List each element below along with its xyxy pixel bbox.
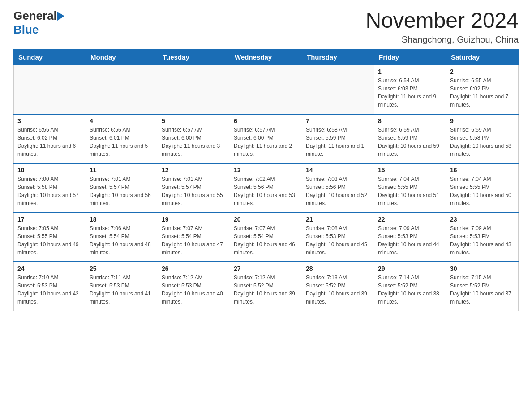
day-number: 17 — [17, 216, 82, 223]
day-info: Sunrise: 7:04 AMSunset: 5:55 PMDaylight:… — [450, 175, 515, 207]
calendar-day: 5Sunrise: 6:57 AMSunset: 6:00 PMDaylight… — [158, 114, 230, 163]
day-number: 29 — [378, 265, 442, 272]
day-number: 19 — [162, 216, 226, 223]
day-info: Sunrise: 7:11 AMSunset: 5:53 PMDaylight:… — [90, 274, 154, 306]
day-number: 12 — [162, 167, 226, 174]
calendar-table: SundayMondayTuesdayWednesdayThursdayFrid… — [13, 49, 519, 312]
logo-arrow-icon — [57, 12, 64, 21]
weekday-header-row: SundayMondayTuesdayWednesdayThursdayFrid… — [14, 49, 519, 65]
calendar-day: 6Sunrise: 6:57 AMSunset: 6:00 PMDaylight… — [230, 114, 302, 163]
day-info: Sunrise: 7:08 AMSunset: 5:53 PMDaylight:… — [306, 224, 370, 257]
day-number: 22 — [378, 216, 442, 223]
calendar-day: 10Sunrise: 7:00 AMSunset: 5:58 PMDayligh… — [14, 163, 86, 213]
day-info: Sunrise: 6:59 AMSunset: 5:58 PMDaylight:… — [450, 126, 515, 158]
calendar-day: 30Sunrise: 7:15 AMSunset: 5:52 PMDayligh… — [446, 262, 519, 311]
calendar-day: 4Sunrise: 6:56 AMSunset: 6:01 PMDaylight… — [86, 114, 158, 163]
day-info: Sunrise: 7:05 AMSunset: 5:55 PMDaylight:… — [17, 224, 82, 257]
day-number: 7 — [306, 117, 370, 124]
calendar-header: SundayMondayTuesdayWednesdayThursdayFrid… — [14, 49, 519, 65]
calendar-day: 7Sunrise: 6:58 AMSunset: 5:59 PMDaylight… — [302, 114, 374, 163]
calendar-week-5: 24Sunrise: 7:10 AMSunset: 5:53 PMDayligh… — [14, 262, 519, 311]
calendar-week-2: 3Sunrise: 6:55 AMSunset: 6:02 PMDaylight… — [14, 114, 519, 163]
calendar-day: 3Sunrise: 6:55 AMSunset: 6:02 PMDaylight… — [14, 114, 86, 163]
location-title: Shangchong, Guizhou, China — [365, 34, 519, 45]
day-info: Sunrise: 7:09 AMSunset: 5:53 PMDaylight:… — [450, 224, 515, 257]
day-number: 21 — [306, 216, 370, 223]
day-number: 24 — [17, 265, 82, 272]
calendar-day: 8Sunrise: 6:59 AMSunset: 5:59 PMDaylight… — [374, 114, 446, 163]
logo-general-text: General — [13, 9, 57, 23]
day-number: 25 — [90, 265, 154, 272]
day-info: Sunrise: 7:13 AMSunset: 5:52 PMDaylight:… — [306, 274, 370, 306]
calendar-day: 22Sunrise: 7:09 AMSunset: 5:53 PMDayligh… — [374, 213, 446, 262]
calendar-day: 25Sunrise: 7:11 AMSunset: 5:53 PMDayligh… — [86, 262, 158, 311]
calendar-day: 14Sunrise: 7:03 AMSunset: 5:56 PMDayligh… — [302, 163, 374, 213]
day-number: 27 — [234, 265, 298, 272]
calendar-week-1: 1Sunrise: 6:54 AMSunset: 6:03 PMDaylight… — [14, 65, 519, 114]
day-number: 18 — [90, 216, 154, 223]
calendar-day: 26Sunrise: 7:12 AMSunset: 5:53 PMDayligh… — [158, 262, 230, 311]
day-info: Sunrise: 7:15 AMSunset: 5:52 PMDaylight:… — [450, 274, 515, 306]
weekday-header-monday: Monday — [86, 49, 158, 65]
day-info: Sunrise: 7:03 AMSunset: 5:56 PMDaylight:… — [306, 175, 370, 207]
day-number: 15 — [378, 167, 442, 174]
day-info: Sunrise: 6:55 AMSunset: 6:02 PMDaylight:… — [17, 126, 82, 158]
calendar-day — [230, 65, 302, 114]
calendar-day: 21Sunrise: 7:08 AMSunset: 5:53 PMDayligh… — [302, 213, 374, 262]
day-info: Sunrise: 6:57 AMSunset: 6:00 PMDaylight:… — [234, 126, 298, 158]
day-info: Sunrise: 6:56 AMSunset: 6:01 PMDaylight:… — [90, 126, 154, 158]
calendar-day: 17Sunrise: 7:05 AMSunset: 5:55 PMDayligh… — [14, 213, 86, 262]
day-info: Sunrise: 7:01 AMSunset: 5:57 PMDaylight:… — [162, 175, 226, 207]
calendar-day: 29Sunrise: 7:14 AMSunset: 5:52 PMDayligh… — [374, 262, 446, 311]
calendar-day: 13Sunrise: 7:02 AMSunset: 5:56 PMDayligh… — [230, 163, 302, 213]
day-number: 28 — [306, 265, 370, 272]
day-number: 30 — [450, 265, 515, 272]
day-number: 11 — [90, 167, 154, 174]
calendar-day: 24Sunrise: 7:10 AMSunset: 5:53 PMDayligh… — [14, 262, 86, 311]
calendar-day: 20Sunrise: 7:07 AMSunset: 5:54 PMDayligh… — [230, 213, 302, 262]
weekday-header-sunday: Sunday — [14, 49, 86, 65]
calendar-day: 9Sunrise: 6:59 AMSunset: 5:58 PMDaylight… — [446, 114, 519, 163]
day-info: Sunrise: 6:55 AMSunset: 6:02 PMDaylight:… — [450, 77, 515, 109]
day-info: Sunrise: 7:04 AMSunset: 5:55 PMDaylight:… — [378, 175, 442, 207]
weekday-header-thursday: Thursday — [302, 49, 374, 65]
day-info: Sunrise: 7:07 AMSunset: 5:54 PMDaylight:… — [162, 224, 226, 257]
day-info: Sunrise: 7:06 AMSunset: 5:54 PMDaylight:… — [90, 224, 154, 257]
calendar-day: 18Sunrise: 7:06 AMSunset: 5:54 PMDayligh… — [86, 213, 158, 262]
day-number: 13 — [234, 167, 298, 174]
day-number: 20 — [234, 216, 298, 223]
day-number: 26 — [162, 265, 226, 272]
day-info: Sunrise: 6:59 AMSunset: 5:59 PMDaylight:… — [378, 126, 442, 158]
calendar-week-4: 17Sunrise: 7:05 AMSunset: 5:55 PMDayligh… — [14, 213, 519, 262]
day-number: 8 — [378, 117, 442, 124]
day-number: 10 — [17, 167, 82, 174]
calendar-day — [14, 65, 86, 114]
day-info: Sunrise: 7:01 AMSunset: 5:57 PMDaylight:… — [90, 175, 154, 207]
logo-blue-text: Blue — [13, 23, 65, 37]
day-number: 14 — [306, 167, 370, 174]
page-header: General Blue November 2024 Shangchong, G… — [13, 9, 519, 45]
day-number: 16 — [450, 167, 515, 174]
day-info: Sunrise: 7:10 AMSunset: 5:53 PMDaylight:… — [17, 274, 82, 306]
calendar-day: 23Sunrise: 7:09 AMSunset: 5:53 PMDayligh… — [446, 213, 519, 262]
calendar-day: 12Sunrise: 7:01 AMSunset: 5:57 PMDayligh… — [158, 163, 230, 213]
calendar-body: 1Sunrise: 6:54 AMSunset: 6:03 PMDaylight… — [14, 65, 519, 311]
day-info: Sunrise: 6:58 AMSunset: 5:59 PMDaylight:… — [306, 126, 370, 158]
day-info: Sunrise: 7:02 AMSunset: 5:56 PMDaylight:… — [234, 175, 298, 207]
logo: General Blue — [13, 9, 65, 37]
calendar-day: 1Sunrise: 6:54 AMSunset: 6:03 PMDaylight… — [374, 65, 446, 114]
weekday-header-tuesday: Tuesday — [158, 49, 230, 65]
day-number: 9 — [450, 117, 515, 124]
day-info: Sunrise: 7:12 AMSunset: 5:52 PMDaylight:… — [234, 274, 298, 306]
calendar-day: 16Sunrise: 7:04 AMSunset: 5:55 PMDayligh… — [446, 163, 519, 213]
day-number: 4 — [90, 117, 154, 124]
calendar-day — [86, 65, 158, 114]
day-info: Sunrise: 7:14 AMSunset: 5:52 PMDaylight:… — [378, 274, 442, 306]
day-number: 2 — [450, 68, 515, 75]
calendar-day: 19Sunrise: 7:07 AMSunset: 5:54 PMDayligh… — [158, 213, 230, 262]
calendar-day — [158, 65, 230, 114]
calendar-week-3: 10Sunrise: 7:00 AMSunset: 5:58 PMDayligh… — [14, 163, 519, 213]
day-info: Sunrise: 6:54 AMSunset: 6:03 PMDaylight:… — [378, 77, 442, 109]
title-area: November 2024 Shangchong, Guizhou, China — [365, 9, 519, 45]
day-info: Sunrise: 7:07 AMSunset: 5:54 PMDaylight:… — [234, 224, 298, 257]
